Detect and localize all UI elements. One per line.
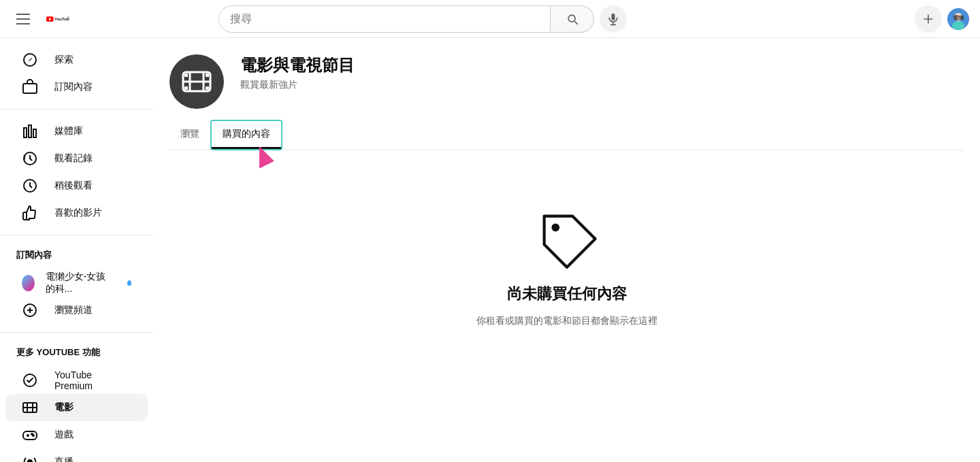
logo[interactable]: YouTube TW [46, 11, 69, 27]
sidebar-item-watch-later[interactable]: 稍後觀看 [5, 172, 148, 199]
gaming-icon [22, 427, 38, 443]
empty-subtitle: 你租看或購買的電影和節目都會顯示在這裡 [476, 315, 657, 327]
svg-rect-12 [23, 84, 37, 93]
mic-button[interactable] [600, 5, 627, 33]
premium-icon [22, 372, 38, 389]
sidebar-divider-1 [0, 109, 153, 110]
tab-purchased[interactable]: 購買的內容 [212, 121, 281, 149]
sidebar-item-label: 稍後觀看 [54, 180, 93, 192]
search-icon [566, 12, 579, 26]
add-icon [22, 302, 38, 318]
svg-rect-31 [206, 73, 209, 77]
sidebar-item-subscriptions[interactable]: 訂閱內容 [5, 73, 148, 101]
sidebar-item-label: 訂閱內容 [54, 81, 93, 93]
sidebar-item-label: 瀏覽頻道 [54, 304, 93, 316]
history-icon [22, 150, 38, 167]
arrow-pointer [240, 147, 280, 184]
channel-label: 電獺少女-女孩的科... [46, 271, 114, 295]
page-subtitle: 觀賞最新強片 [240, 79, 355, 91]
subscriptions-section-title: 訂閱內容 [0, 244, 153, 267]
sidebar-channel-item[interactable]: 電獺少女-女孩的科... [5, 269, 148, 297]
mic-icon [606, 12, 620, 26]
tab-purchased-wrapper: 購買的內容 [210, 120, 282, 150]
sidebar-item-label: 直播 [54, 456, 74, 462]
library-icon [22, 123, 38, 139]
svg-rect-32 [206, 86, 209, 90]
create-button[interactable] [915, 5, 942, 33]
movies-icon [22, 399, 38, 416]
sidebar-item-label: 遊戲 [54, 429, 74, 441]
sidebar-item-live[interactable]: 直播 [5, 448, 148, 462]
sidebar-divider-2 [0, 235, 153, 235]
sidebar-item-label: YouTube Premium [54, 369, 131, 391]
user-avatar[interactable]: 電獺 [947, 8, 969, 30]
youtube-logo-icon: YouTube TW [46, 11, 69, 27]
empty-state: 尚未購買任何內容 你租看或購買的電影和節目都會顯示在這裡 [153, 150, 980, 382]
header-left: YouTube TW [11, 8, 69, 30]
sidebar: 探索 訂閱內容 媒體庫 [0, 38, 153, 462]
sidebar-item-gaming[interactable]: 遊戲 [5, 421, 148, 448]
more-section-title: 更多 YOUTUBE 功能 [0, 341, 153, 364]
tabs-area: 瀏覽 購買的內容 [153, 120, 980, 150]
sidebar-section-top: 探索 訂閱內容 [0, 46, 153, 101]
sidebar-item-movies[interactable]: 電影 [5, 394, 148, 421]
main-content: 電影與電視節目 觀賞最新強片 瀏覽 購買的內容 [153, 38, 980, 462]
svg-point-33 [551, 224, 559, 232]
sidebar-section-more: 更多 YOUTUBE 功能 YouTube Premium 電影 [0, 341, 153, 462]
film-icon [180, 65, 213, 98]
tab-purchased-highlight: 購買的內容 [210, 120, 282, 150]
svg-text:TW: TW [67, 16, 69, 19]
page-info: 電影與電視節目 觀賞最新強片 [240, 54, 355, 91]
compass-icon [22, 52, 38, 68]
tabs: 瀏覽 購買的內容 [169, 120, 964, 150]
channel-avatar [22, 275, 35, 291]
svg-text:電獺: 電獺 [953, 15, 964, 21]
sidebar-item-history[interactable]: 觀看記錄 [5, 145, 148, 172]
page-title: 電影與電視節目 [240, 54, 355, 76]
sidebar-item-label: 喜歡的影片 [54, 207, 102, 219]
create-icon [921, 12, 935, 26]
sidebar-section-mid: 媒體庫 觀看記錄 稍後觀看 [0, 118, 153, 227]
tag-icon [533, 205, 601, 273]
header-right: 電獺 [915, 5, 969, 33]
sidebar-item-label: 電影 [54, 401, 74, 414]
sidebar-divider-3 [0, 332, 153, 333]
empty-title: 尚未購買任何內容 [507, 284, 627, 304]
sidebar-item-premium[interactable]: YouTube Premium [5, 367, 148, 394]
clock-icon [22, 178, 38, 194]
sidebar-item-explore[interactable]: 探索 [5, 46, 148, 73]
svg-point-23 [33, 435, 34, 436]
sidebar-section-subscriptions: 訂閱內容 電獺少女-女孩的科... 瀏覽頻道 [0, 244, 153, 324]
svg-rect-29 [184, 73, 188, 77]
sidebar-item-library[interactable]: 媒體庫 [5, 118, 148, 145]
live-icon [22, 454, 38, 462]
search-input-wrap [218, 5, 551, 33]
sidebar-item-liked[interactable]: 喜歡的影片 [5, 199, 148, 227]
tab-browse[interactable]: 瀏覽 [169, 120, 210, 150]
svg-rect-4 [612, 13, 615, 20]
sidebar-item-label: 探索 [54, 54, 74, 66]
sidebar-item-label: 媒體庫 [54, 125, 83, 137]
sidebar-item-label: 觀看記錄 [54, 152, 93, 165]
search-input[interactable] [219, 13, 550, 25]
sidebar-item-browse-channels[interactable]: 瀏覽頻道 [5, 297, 148, 324]
page-header: 電影與電視節目 觀賞最新強片 [153, 38, 980, 109]
page-icon [169, 54, 224, 109]
arrow-icon [240, 147, 280, 184]
search-bar [218, 5, 627, 33]
avatar-icon: 電獺 [947, 8, 969, 30]
notification-dot [127, 280, 131, 286]
header: YouTube TW [0, 0, 980, 38]
svg-rect-30 [184, 86, 188, 90]
subscriptions-icon [22, 79, 38, 95]
hamburger-menu[interactable] [11, 8, 35, 30]
thumbup-icon [22, 205, 38, 221]
search-button[interactable] [551, 5, 594, 33]
